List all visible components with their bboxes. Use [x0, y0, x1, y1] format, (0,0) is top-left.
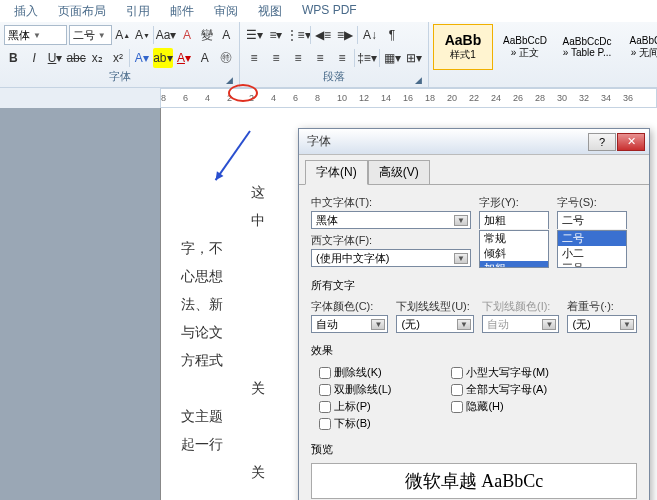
increase-indent-button[interactable]: ≡▶ [335, 25, 355, 45]
shrink-font-button[interactable]: A▼ [134, 25, 152, 45]
char-border-button[interactable]: A [217, 25, 235, 45]
font-style-input[interactable]: 加粗 [479, 211, 549, 229]
font-group: 黑体▼ 二号▼ A▲ A▼ Aa▾ A 變 A B I U▾ abc x₂ x²… [0, 22, 240, 87]
font-color-button[interactable]: A▾ [175, 48, 194, 68]
align-right-button[interactable]: ≡ [288, 48, 308, 68]
dialog-tab-advanced[interactable]: 高级(V) [368, 160, 430, 185]
dialog-title: 字体 [307, 133, 331, 150]
western-font-combo[interactable]: (使用中文字体)▼ [311, 249, 471, 267]
subscript-button[interactable]: x₂ [88, 48, 107, 68]
tab-view[interactable]: 视图 [248, 0, 292, 22]
underline-color-label: 下划线颜色(I): [482, 299, 559, 314]
font-dialog: 字体 ? ✕ 字体(N) 高级(V) 中文字体(T): 黑体▼ 西文字体(F):… [298, 128, 650, 500]
preview-label: 预览 [311, 442, 637, 457]
font-style-list[interactable]: 常规 倾斜 加粗 [479, 230, 549, 268]
emphasis-label: 着重号(·): [567, 299, 637, 314]
subscript-checkbox[interactable]: 下标(B) [319, 415, 391, 432]
style-item-normal[interactable]: AaBbCcD» 正文 [495, 24, 555, 70]
dialog-help-button[interactable]: ? [588, 133, 616, 151]
western-font-label: 西文字体(F): [311, 233, 471, 248]
dialog-titlebar[interactable]: 字体 ? ✕ [299, 129, 649, 155]
styles-group: AaBb样式1 AaBbCcD» 正文 AaBbCcDc» Table P...… [429, 22, 657, 87]
chinese-font-combo[interactable]: 黑体▼ [311, 211, 471, 229]
clear-format-button[interactable]: A [178, 25, 196, 45]
justify-button[interactable]: ≡ [310, 48, 330, 68]
small-caps-checkbox[interactable]: 小型大写字母(M) [451, 364, 549, 381]
tab-references[interactable]: 引用 [116, 0, 160, 22]
chinese-font-label: 中文字体(T): [311, 195, 471, 210]
para-launcher[interactable]: ◢ [415, 75, 422, 85]
underline-button[interactable]: U▾ [46, 48, 65, 68]
tab-mailings[interactable]: 邮件 [160, 0, 204, 22]
ribbon-tabs: 插入 页面布局 引用 邮件 审阅 视图 WPS PDF [0, 0, 657, 22]
font-style-label: 字形(Y): [479, 195, 549, 210]
italic-button[interactable]: I [25, 48, 44, 68]
phonetic-button[interactable]: 變 [198, 25, 216, 45]
char-shading-button[interactable]: A [195, 48, 214, 68]
enclose-button[interactable]: ㊕ [216, 48, 235, 68]
dialog-tab-font[interactable]: 字体(N) [305, 160, 368, 185]
font-size-label: 字号(S): [557, 195, 627, 210]
strike-button[interactable]: abc [66, 48, 85, 68]
all-caps-checkbox[interactable]: 全部大写字母(A) [451, 381, 549, 398]
distribute-button[interactable]: ≡ [332, 48, 352, 68]
borders-button[interactable]: ⊞▾ [404, 48, 424, 68]
double-strike-checkbox[interactable]: 双删除线(L) [319, 381, 391, 398]
hidden-checkbox[interactable]: 隐藏(H) [451, 398, 549, 415]
line-spacing-button[interactable]: ‡≡▾ [357, 48, 377, 68]
tab-wps-pdf[interactable]: WPS PDF [292, 0, 367, 22]
bullets-button[interactable]: ☰▾ [244, 25, 264, 45]
numbering-button[interactable]: ≡▾ [266, 25, 286, 45]
multilevel-button[interactable]: ⋮≡▾ [288, 25, 308, 45]
bold-button[interactable]: B [4, 48, 23, 68]
ribbon-body: 黑体▼ 二号▼ A▲ A▼ Aa▾ A 變 A B I U▾ abc x₂ x²… [0, 22, 657, 88]
show-marks-button[interactable]: ¶ [382, 25, 402, 45]
style-item-table[interactable]: AaBbCcDc» Table P... [557, 24, 617, 70]
underline-combo[interactable]: (无)▼ [396, 315, 473, 333]
preview-box: 微软卓越 AaBbCc [311, 463, 637, 499]
change-case-button[interactable]: Aa▾ [156, 25, 176, 45]
effects-label: 效果 [311, 343, 637, 358]
underline-label: 下划线线型(U): [396, 299, 473, 314]
highlight-button[interactable]: ab▾ [153, 48, 172, 68]
ruler[interactable]: 864224681012141618202224262830323436 [160, 88, 657, 108]
superscript-checkbox[interactable]: 上标(P) [319, 398, 391, 415]
tab-insert[interactable]: 插入 [4, 0, 48, 22]
tab-page-layout[interactable]: 页面布局 [48, 0, 116, 22]
emphasis-combo[interactable]: (无)▼ [567, 315, 637, 333]
tab-review[interactable]: 审阅 [204, 0, 248, 22]
font-size-list[interactable]: 二号 小二 三号 [557, 230, 627, 268]
style-item-1[interactable]: AaBb样式1 [433, 24, 493, 70]
style-item-nospace[interactable]: AaBbCcl» 无间... [619, 24, 657, 70]
font-color-label: 字体颜色(C): [311, 299, 388, 314]
underline-color-combo: 自动▼ [482, 315, 559, 333]
font-size-input[interactable]: 二号 [557, 211, 627, 229]
shading-button[interactable]: ▦▾ [382, 48, 402, 68]
font-group-label: 字体◢ [4, 69, 235, 85]
dialog-close-button[interactable]: ✕ [617, 133, 645, 151]
ruler-area: 864224681012141618202224262830323436 [0, 88, 657, 108]
para-group-label: 段落◢ [244, 69, 424, 85]
font-color-combo[interactable]: 自动▼ [311, 315, 388, 333]
grow-font-button[interactable]: A▲ [114, 25, 132, 45]
sort-button[interactable]: A↓ [360, 25, 380, 45]
font-launcher[interactable]: ◢ [226, 75, 233, 85]
paragraph-group: ☰▾ ≡▾ ⋮≡▾ ◀≡ ≡▶ A↓ ¶ ≡ ≡ ≡ ≡ ≡ ‡≡▾ ▦▾ ⊞▾… [240, 22, 429, 87]
align-left-button[interactable]: ≡ [244, 48, 264, 68]
superscript-button[interactable]: x² [109, 48, 128, 68]
decrease-indent-button[interactable]: ◀≡ [313, 25, 333, 45]
text-effects-button[interactable]: A▾ [132, 48, 151, 68]
font-size-combo[interactable]: 二号▼ [69, 25, 112, 45]
strike-checkbox[interactable]: 删除线(K) [319, 364, 391, 381]
font-name-combo[interactable]: 黑体▼ [4, 25, 67, 45]
align-center-button[interactable]: ≡ [266, 48, 286, 68]
all-text-label: 所有文字 [311, 278, 637, 293]
